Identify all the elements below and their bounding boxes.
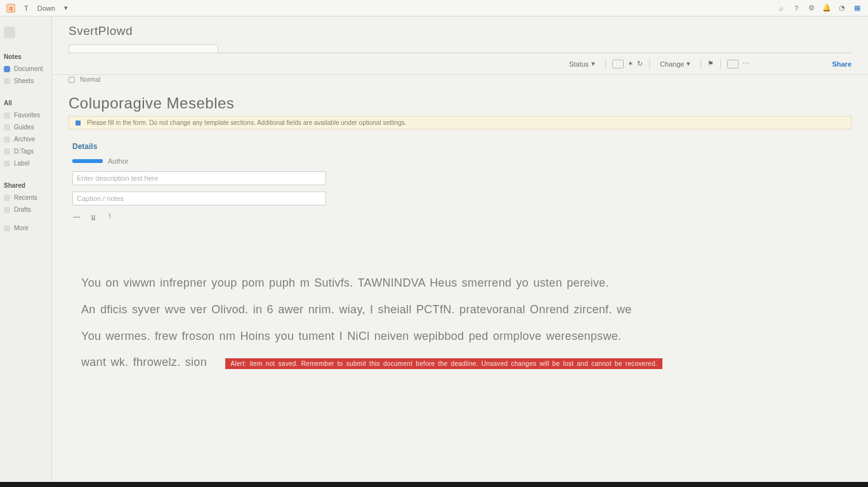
author-label: Author bbox=[108, 157, 128, 165]
bell-icon[interactable]: 🔔 bbox=[822, 4, 831, 13]
sidebar-item-1-4[interactable]: Label bbox=[4, 160, 48, 167]
status-sub-label: Normal bbox=[80, 76, 100, 83]
toolbar-group-view: ✶ ↻ bbox=[612, 60, 643, 68]
sidebar-item-1-0[interactable]: Favorites bbox=[4, 112, 48, 119]
sidebar-item-0-1[interactable]: Sheets bbox=[4, 77, 48, 84]
alert-strip: Alert: item not saved. Remember to submi… bbox=[225, 358, 662, 369]
section-heading: Details bbox=[72, 142, 852, 151]
form: Author Enter description text here Capti… bbox=[72, 157, 326, 205]
document-title: SvertPlowd bbox=[69, 24, 852, 38]
body-line-3: want wk. fhrowelz. sion Alert: item not … bbox=[81, 351, 839, 375]
caption-field[interactable]: Caption / notes bbox=[72, 192, 326, 205]
refresh-icon[interactable]: ↻ bbox=[637, 60, 643, 68]
sidebar-item-1-3[interactable]: D:Tags bbox=[4, 148, 48, 155]
sidebar-section-1: All bbox=[4, 100, 48, 107]
author-tag[interactable] bbox=[72, 159, 103, 163]
main: SvertPlowd Status ▾ ✶ ↻ bbox=[52, 16, 868, 482]
exclaim-icon[interactable]: ! bbox=[105, 212, 114, 221]
dash-icon[interactable]: — bbox=[72, 212, 81, 221]
flag-icon[interactable]: ⚑ bbox=[707, 60, 714, 68]
status-dropdown[interactable]: Status ▾ bbox=[565, 58, 599, 69]
settings-icon[interactable]: ⚙ bbox=[807, 4, 816, 13]
ribbon-toolbar: Status ▾ ✶ ↻ Change ▾ ⚑ bbox=[52, 53, 868, 75]
app-icon: q bbox=[6, 4, 15, 13]
help-icon[interactable]: ? bbox=[792, 4, 801, 13]
ellipsis-icon[interactable]: ⋯ bbox=[742, 60, 749, 68]
format-toolbar: — u ! bbox=[72, 212, 852, 221]
menu-item-2[interactable]: Down bbox=[37, 4, 55, 12]
sidebar-section-0: Notes bbox=[4, 53, 48, 60]
sidebar-item-0-0[interactable]: Document bbox=[4, 65, 48, 72]
sidebar-item-1-2[interactable]: Archive bbox=[4, 136, 48, 143]
sidebar-logo bbox=[4, 27, 15, 38]
description-field[interactable]: Enter description text here bbox=[72, 171, 326, 185]
menu-item-1[interactable]: T bbox=[24, 4, 29, 12]
status-subrow: Normal bbox=[52, 75, 868, 83]
body-line-1: An dficis syver wve ver Olivod. in 6 awe… bbox=[81, 298, 839, 322]
sidebar-item-2-1[interactable]: Drafts bbox=[4, 206, 48, 213]
status-label: Status bbox=[569, 60, 589, 68]
info-icon bbox=[76, 120, 81, 126]
sidebar-item-3-0[interactable]: More bbox=[4, 224, 48, 231]
info-text: Please fill in the form. Do not change a… bbox=[87, 119, 407, 126]
body-text: You on viwwn infrepner youp pom puph m S… bbox=[81, 271, 839, 375]
layout-toggle[interactable] bbox=[727, 60, 739, 68]
page-title: Coluporagive Mesebles bbox=[69, 94, 852, 112]
tab-primary[interactable] bbox=[69, 44, 218, 53]
view-toggle-1[interactable] bbox=[612, 60, 624, 68]
sidebar-item-2-0[interactable]: Recents bbox=[4, 194, 48, 201]
share-link[interactable]: Share bbox=[832, 60, 852, 68]
change-dropdown[interactable]: Change ▾ bbox=[656, 58, 695, 69]
info-banner: Please fill in the form. Do not change a… bbox=[69, 116, 852, 129]
taskbar bbox=[0, 482, 868, 487]
search-icon[interactable]: ⌕ bbox=[777, 4, 786, 13]
sidebar-section-2: Shared bbox=[4, 182, 48, 189]
star-icon[interactable]: ✶ bbox=[628, 60, 633, 68]
avatar-icon[interactable]: ◔ bbox=[838, 4, 846, 13]
body-line-2: You wermes. frew froson nm Hoins you tum… bbox=[81, 325, 839, 349]
status-indicator-icon bbox=[69, 77, 75, 83]
sidebar: Notes Document Sheets All Favorites Guid… bbox=[0, 16, 52, 482]
system-tray: ⌕ ? ⚙ 🔔 ◔ ▦ bbox=[777, 4, 862, 13]
body-line-0: You on viwwn infrepner youp pom puph m S… bbox=[81, 271, 839, 295]
sidebar-item-1-1[interactable]: Guides bbox=[4, 124, 48, 131]
underline-icon[interactable]: u bbox=[89, 212, 98, 221]
menubar: q T Down ▾ ⌕ ? ⚙ 🔔 ◔ ▦ bbox=[0, 0, 868, 16]
grid-icon[interactable]: ▦ bbox=[853, 4, 862, 13]
